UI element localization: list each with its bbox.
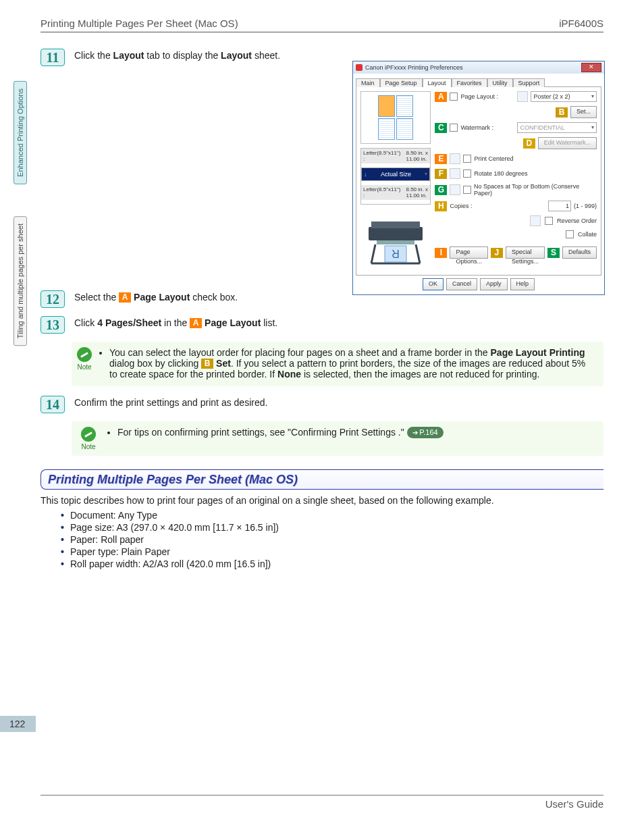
- page-footer: User's Guide: [41, 795, 603, 810]
- text: For tips on confirming print settings, s…: [117, 427, 407, 438]
- text: You can select the layout order for plac…: [109, 347, 491, 358]
- ok-button[interactable]: OK: [423, 278, 444, 290]
- label: Copies :: [450, 203, 504, 209]
- list-item: Document: Any Type: [61, 510, 603, 521]
- close-icon[interactable]: ✕: [581, 63, 601, 72]
- row-bottom-buttons: I Page Options... J Special Settings... …: [435, 246, 597, 259]
- bold: Page Layout: [134, 292, 190, 303]
- page-layout-select[interactable]: Poster (2 x 2): [531, 91, 597, 102]
- dialog-titlebar: Canon iPFxxxx Printing Preferences ✕: [353, 61, 604, 74]
- tab-support[interactable]: Support: [513, 78, 545, 87]
- label: Reverse Order: [557, 217, 597, 224]
- marker-i: I: [435, 248, 447, 258]
- marker-d: D: [523, 138, 535, 149]
- marker-h: H: [435, 201, 447, 211]
- marker-a: A: [435, 92, 447, 102]
- step-body: Confirm the print settings and print as …: [74, 396, 603, 408]
- step-number: 13: [41, 316, 65, 334]
- marker-j: J: [491, 248, 503, 258]
- dialog-title: Canon iPFxxxx Printing Preferences: [365, 64, 463, 71]
- help-button[interactable]: Help: [510, 278, 535, 290]
- row-set: B Set...: [435, 106, 597, 118]
- row-collate: Collate: [435, 230, 597, 238]
- label: Print Centered: [474, 155, 513, 162]
- list-item: Letter(8.5"x11") : 8.50 in. x 11.00 in.: [361, 185, 430, 200]
- step-number: 11: [41, 49, 65, 66]
- reverse-icon: [530, 215, 541, 226]
- note-item: You can select the layout order for plac…: [109, 347, 595, 380]
- no-spaces-checkbox[interactable]: [463, 186, 471, 194]
- page-options-button[interactable]: Page Options...: [450, 246, 488, 259]
- set-button[interactable]: Set...: [570, 106, 597, 118]
- text: dialog box by clicking: [109, 358, 201, 369]
- text: Confirm the print settings and print as …: [74, 397, 267, 408]
- label: Page Layout :: [460, 93, 514, 100]
- tab-page-setup[interactable]: Page Setup: [380, 78, 423, 87]
- section-bullet-list: Document: Any Type Page size: A3 (297.0 …: [61, 510, 603, 569]
- step-13: 13 Click 4 Pages/Sheet in the A Page Lay…: [41, 316, 603, 334]
- note-label: Note: [81, 443, 95, 450]
- section-heading: Printing Multiple Pages Per Sheet (Mac O…: [41, 469, 603, 490]
- collate-checkbox[interactable]: [566, 230, 574, 238]
- page-layout-icon: [517, 91, 528, 102]
- step-14: 14 Confirm the print settings and print …: [41, 396, 603, 413]
- page-number: 122: [0, 716, 36, 732]
- copies-input[interactable]: 1: [548, 201, 571, 211]
- apply-button[interactable]: Apply: [480, 278, 508, 290]
- page-layout-checkbox[interactable]: [450, 93, 458, 101]
- side-tab-primary[interactable]: Enhanced Printing Options: [14, 81, 27, 184]
- cancel-button[interactable]: Cancel: [446, 278, 477, 290]
- marker-b: B: [556, 107, 568, 118]
- dialog-pane: Letter(8.5"x11") : 8.50 in. x 11.00 in. …: [356, 86, 601, 276]
- bold: Page Layout Printing: [491, 347, 585, 358]
- list-item: Paper: Roll paper: [61, 534, 603, 545]
- step-body: Click 4 Pages/Sheet in the A Page Layout…: [74, 316, 603, 328]
- rotate-icon: [450, 168, 460, 179]
- dialog-tabs: Main Page Setup Layout Favorites Utility…: [353, 74, 604, 86]
- note-list: For tips on confirming print settings, s…: [107, 427, 444, 450]
- marker-b: B: [201, 359, 213, 369]
- page-link[interactable]: P.164: [407, 427, 444, 438]
- reverse-order-checkbox[interactable]: [545, 217, 553, 225]
- section-body: This topic describes how to print four p…: [41, 495, 603, 569]
- text: Click: [74, 317, 97, 328]
- marker-g: G: [435, 185, 447, 195]
- print-prefs-dialog: Canon iPFxxxx Printing Preferences ✕ Mai…: [352, 61, 605, 295]
- pencil-icon: [77, 347, 92, 362]
- defaults-button[interactable]: Defaults: [562, 246, 597, 259]
- bold: Layout: [221, 50, 252, 61]
- dialog-action-buttons: OK Cancel Apply Help: [353, 278, 604, 294]
- label: Rotate 180 degrees: [474, 170, 527, 177]
- page-header: Printing Multiple Pages Per Sheet (Mac O…: [41, 18, 603, 32]
- note-icon: Note: [77, 427, 100, 450]
- bold: Page Layout: [205, 317, 261, 328]
- side-tab-secondary[interactable]: Tiling and multiple pages per sheet: [14, 216, 27, 346]
- svg-line-3: [371, 244, 375, 263]
- tab-utility[interactable]: Utility: [487, 78, 513, 87]
- row-copies: H Copies : 1 (1 - 999): [435, 201, 597, 211]
- marker-e: E: [435, 154, 447, 164]
- watermark-checkbox[interactable]: [450, 124, 458, 132]
- marker-f: F: [435, 169, 447, 179]
- text: in the: [161, 317, 190, 328]
- row-no-spaces: G No Spaces at Top or Bottom (Conserve P…: [435, 183, 597, 197]
- row-reverse: Reverse Order: [435, 215, 597, 226]
- pencil-icon: [81, 427, 96, 442]
- marker-a: A: [119, 292, 131, 303]
- tab-favorites[interactable]: Favorites: [452, 78, 487, 87]
- tab-main[interactable]: Main: [356, 78, 380, 87]
- row-rotate-180: F Rotate 180 degrees: [435, 168, 597, 179]
- text: tab to display the: [144, 50, 221, 61]
- tab-layout[interactable]: Layout: [423, 78, 452, 87]
- layout-preview: [360, 91, 431, 144]
- note-item: For tips on confirming print settings, s…: [117, 427, 444, 438]
- watermark-select[interactable]: CONFIDENTIAL: [517, 122, 597, 133]
- print-centered-checkbox[interactable]: [463, 155, 471, 163]
- edit-watermark-button[interactable]: Edit Watermark...: [538, 137, 597, 149]
- list-item-selected[interactable]: ↓ Actual Size: [361, 167, 430, 181]
- list-item: Page size: A3 (297.0 × 420.0 mm [11.7 × …: [61, 522, 603, 533]
- rotate-180-checkbox[interactable]: [463, 170, 471, 178]
- header-title: Printing Multiple Pages Per Sheet (Mac O…: [41, 18, 238, 29]
- special-settings-button[interactable]: Special Settings...: [506, 246, 545, 259]
- page: Printing Multiple Pages Per Sheet (Mac O…: [0, 0, 644, 834]
